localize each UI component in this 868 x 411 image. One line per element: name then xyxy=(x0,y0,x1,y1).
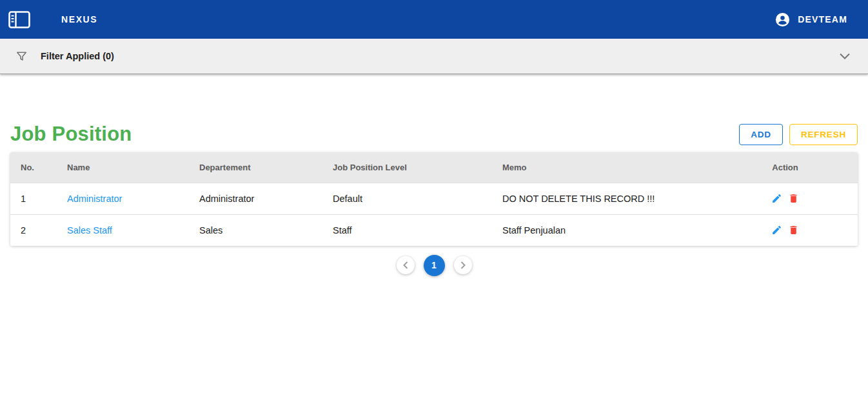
table-row: 1 Administrator Administrator Default DO… xyxy=(10,183,858,214)
cell-department: Administrator xyxy=(189,183,322,214)
job-position-table: No. Name Departement Job Position Level … xyxy=(10,152,858,246)
cell-memo: DO NOT DELETE THIS RECORD !!! xyxy=(492,183,713,214)
delete-button[interactable] xyxy=(788,193,799,204)
column-header-name: Name xyxy=(57,152,189,183)
filter-applied-label: Filter Applied (0) xyxy=(41,51,114,61)
top-app-bar: NEXUS DEVTEAM xyxy=(0,0,868,39)
sidebar-toggle-icon xyxy=(8,11,30,28)
previous-page-button[interactable] xyxy=(397,256,415,274)
cell-level: Staff xyxy=(322,214,492,246)
filter-funnel-icon xyxy=(15,50,28,63)
add-button[interactable]: ADD xyxy=(739,124,783,145)
cell-no: 2 xyxy=(10,214,57,246)
edit-pencil-icon xyxy=(771,225,782,236)
chevron-right-icon xyxy=(460,261,466,269)
edit-button[interactable] xyxy=(771,225,782,236)
cell-memo: Staff Penjualan xyxy=(492,214,713,246)
pagination: 1 xyxy=(0,255,868,276)
toolbar-button-group: ADD REFRESH xyxy=(739,124,858,145)
current-page-button[interactable]: 1 xyxy=(424,255,445,276)
cell-action xyxy=(713,183,858,214)
table-row: 2 Sales Staff Sales Staff Staff Penjuala… xyxy=(10,214,858,246)
refresh-button[interactable]: REFRESH xyxy=(789,124,858,145)
chevron-down-icon[interactable] xyxy=(840,53,850,59)
column-header-no: No. xyxy=(10,152,57,183)
cell-action xyxy=(713,214,858,246)
next-page-button[interactable] xyxy=(454,256,472,274)
sidebar-toggle-button[interactable] xyxy=(8,8,31,31)
column-header-memo: Memo xyxy=(492,152,713,183)
edit-pencil-icon xyxy=(771,193,782,204)
cell-name: Administrator xyxy=(57,183,189,214)
app-brand-title: NEXUS xyxy=(61,14,97,25)
column-header-action: Action xyxy=(713,152,858,183)
user-account-menu[interactable]: DEVTEAM xyxy=(775,12,847,27)
delete-trash-icon xyxy=(788,193,799,204)
job-position-name-link[interactable]: Sales Staff xyxy=(67,225,112,236)
chevron-left-icon xyxy=(403,261,408,269)
table-header-row: No. Name Departement Job Position Level … xyxy=(10,152,858,183)
delete-trash-icon xyxy=(788,225,799,236)
account-circle-icon xyxy=(775,12,790,27)
user-name-label: DEVTEAM xyxy=(798,14,847,25)
job-position-table-card: No. Name Departement Job Position Level … xyxy=(10,152,858,246)
column-header-level: Job Position Level xyxy=(322,152,492,183)
job-position-name-link[interactable]: Administrator xyxy=(67,194,122,204)
page-title: Job Position xyxy=(10,123,132,146)
page-header-row: Job Position ADD REFRESH xyxy=(10,122,858,146)
cell-no: 1 xyxy=(10,183,57,214)
cell-level: Default xyxy=(322,183,492,214)
edit-button[interactable] xyxy=(771,193,782,204)
cell-name: Sales Staff xyxy=(57,214,189,246)
filter-panel-header[interactable]: Filter Applied (0) xyxy=(0,39,868,74)
delete-button[interactable] xyxy=(788,225,799,236)
column-header-department: Departement xyxy=(189,152,322,183)
cell-department: Sales xyxy=(189,214,322,246)
